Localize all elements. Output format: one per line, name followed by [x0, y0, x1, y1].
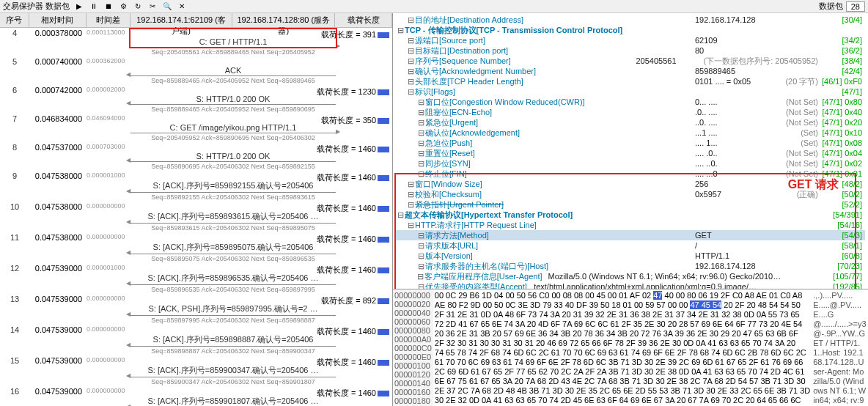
refresh-icon[interactable]: ↻	[133, 1, 143, 12]
packet-row[interactable]: 70.0468340000.046094000C: GET /image/yik…	[0, 114, 392, 142]
protocol-tree[interactable]: GET 请求 ⊟目的地址[Destination Address]192.168…	[393, 13, 868, 289]
tree-row[interactable]: ⊟优先接受的内容类型[Accept]text/html,application/…	[396, 281, 865, 289]
hex-ascii: .,.)....PV.....E.....@.PV.....E....G@...…	[812, 289, 868, 406]
filter-icon[interactable]: ✂	[147, 1, 158, 12]
packet-row[interactable]: 130.0475390000.000000000S: [ACK, PSH].序列…	[0, 294, 392, 325]
tree-row[interactable]: ⊟同步位[SYN].... ..0.(Not Set)[47/1] 0x02	[396, 158, 865, 169]
packet-row[interactable]: 40.0003780000.000113000C: GET / HTTP/1.1…	[0, 28, 392, 56]
packet-list-pane: 序号 相对时间 时间差 192.168.174.1:62109 (客户端) 19…	[0, 13, 393, 406]
hex-pane: 0000000000000020000000400000006000000080…	[393, 289, 868, 406]
tree-row[interactable]: ⊟TCP - 传输控制协议[TCP - Transmission Control…	[396, 25, 865, 35]
tree-row[interactable]: ⊟紧急位[Urgent]..0. ....(Not Set)[47/1] 0x2…	[396, 117, 865, 128]
tree-row[interactable]: ⊟客户端应用程序信息[User-Agent]Mozilla/5.0 (Windo…	[396, 271, 865, 281]
tree-row[interactable]: ⊟急迫位[Push].... 1...(Set)[47/1] 0x08	[396, 138, 865, 148]
pause-icon[interactable]: ⏸	[89, 1, 99, 12]
close-icon[interactable]: ✕	[177, 1, 187, 12]
packet-row[interactable]: 90.0475380000.000001000S: [ACK].序列号=8598…	[0, 171, 392, 202]
packet-row[interactable]: 120.0475390000.000001000S: [ACK].序列号=859…	[0, 263, 392, 294]
title-label: 交易保护器 数据包	[3, 1, 70, 12]
packet-list-header: 序号 相对时间 时间差 192.168.174.1:62109 (客户端) 19…	[0, 13, 392, 28]
tree-row[interactable]: ⊟版本[Version]HTTP/1.1[60/8]	[396, 251, 865, 261]
tree-row[interactable]: ⊟重置位[Reset].... .0..(Not Set)[47/1] 0x04	[396, 148, 865, 158]
col-length[interactable]: 载荷长度	[335, 13, 392, 27]
tree-row[interactable]: ⊟阻塞位[ECN-Echo].0.. ....(Not Set)[47/1] 0…	[396, 107, 865, 117]
tree-row[interactable]: ⊟源端口[Source port]62109[34/2]	[396, 35, 865, 45]
packet-row[interactable]: 160.0475390000.000000000S: [ACK].序列号=859…	[0, 386, 392, 406]
tree-row[interactable]: ⊟确认位[Acknowledgement]...1 ....(Set)[47/1…	[396, 128, 865, 138]
col-gap[interactable]: 时间差	[87, 13, 130, 27]
stop-icon[interactable]: ⏹	[103, 1, 114, 12]
packet-row[interactable]: 100.0475380000.000000000S: [ACK].序列号=859…	[0, 202, 392, 232]
packet-row[interactable]: 150.0475390000.000000000S: [ACK].序列号=859…	[0, 355, 392, 386]
package-number[interactable]: 28	[846, 1, 865, 12]
tree-row[interactable]: ⊟紧急指针[Urgent Pointer][52/2]	[396, 199, 865, 210]
tree-row[interactable]: ⊟序列号[Sequence Number]205405561(下一数据包序列号:…	[396, 56, 865, 66]
col-reltime[interactable]: 相对时间	[29, 13, 87, 27]
tree-row[interactable]: ⊟标识[Flags][47/1]	[396, 86, 865, 97]
toolbar: 交易保护器 数据包 ▶ ⏸ ⏹ ⚙ ↻ ✂ 🔍 ✕ 数据包 28	[0, 0, 868, 13]
col-server[interactable]: 192.168.174.128:80 (服务器)	[232, 13, 335, 27]
package-label: 数据包	[819, 1, 843, 12]
tree-row[interactable]: ⊟目的地址[Destination Address]192.168.174.12…	[396, 15, 865, 25]
hex-offsets: 0000000000000020000000400000006000000080…	[393, 289, 433, 406]
tree-row[interactable]: ⊟头部长度[TCP Header Length]0101 .... = 0x05…	[396, 76, 865, 86]
search-icon[interactable]: 🔍	[162, 1, 172, 12]
tree-row[interactable]: ⊟请求方法[Method]GET[54/3]	[396, 230, 865, 240]
tree-row[interactable]: ⊟窗口位[Congestion Window Reduced(CWR)]0...…	[396, 97, 865, 107]
gear-icon[interactable]: ⚙	[118, 1, 128, 12]
tree-row[interactable]: ⊟请求服务器的主机名(端口号)[Host]192.168.174.128[70/…	[396, 261, 865, 271]
tree-row[interactable]: ⊟请求版本[URL]/[58/1]	[396, 240, 865, 251]
detail-pane: GET 请求 ⊟目的地址[Destination Address]192.168…	[393, 13, 868, 406]
play-icon[interactable]: ▶	[74, 1, 84, 12]
packet-row[interactable]: 110.0475380000.000000000S: [ACK].序列号=859…	[0, 232, 392, 263]
packet-row[interactable]: 60.0007420000.000002000S: HTTP/1.0 200 O…	[0, 85, 392, 114]
annotation-label: GET 请求	[788, 177, 839, 193]
packet-row[interactable]: 80.0475370000.000703000S: HTTP/1.0 200 O…	[0, 142, 392, 171]
tree-row[interactable]: ⊟超文本传输协议[Hypertext Transfer Protocol][54…	[396, 210, 865, 220]
col-client[interactable]: 192.168.174.1:62109 (客户端)	[130, 13, 233, 27]
tree-row[interactable]: ⊟确认号[Acknowledgment Number]859889465[42/…	[396, 66, 865, 76]
packet-list[interactable]: 40.0003780000.000113000C: GET / HTTP/1.1…	[0, 28, 392, 406]
packet-row[interactable]: 140.0475390000.000000000S: [ACK].序列号=859…	[0, 325, 392, 355]
packet-row[interactable]: 50.0007400000.000362000ACKSeq=859889465 …	[0, 56, 392, 85]
tree-row[interactable]: ⊟目标端口[Destination port]80[36/2]	[396, 45, 865, 56]
hex-bytes[interactable]: 00 0C 29 B6 1D 04 00 50 56 C0 00 08 08 0…	[433, 289, 812, 406]
col-index[interactable]: 序号	[0, 13, 29, 27]
tree-row[interactable]: ⊟HTTP.请求行[HTTP Request Line][54/16]	[396, 220, 865, 230]
